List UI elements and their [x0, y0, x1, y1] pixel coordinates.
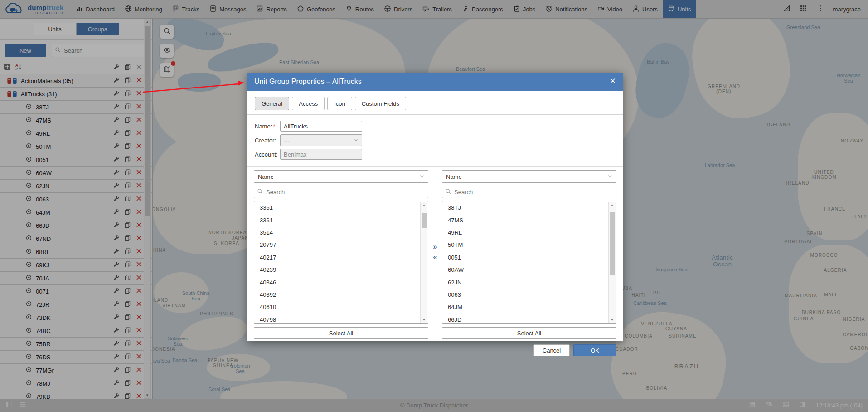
list-item[interactable]: 40217	[254, 251, 428, 264]
available-search	[254, 186, 428, 198]
available-units-list: 3361336135142079740217402394034640392406…	[254, 201, 428, 324]
search-icon	[445, 188, 451, 196]
cancel-button[interactable]: Cancel	[533, 344, 570, 356]
select-all-assigned-button[interactable]: Select All	[442, 327, 616, 339]
dialog-tab-custom-fields[interactable]: Custom Fields	[355, 97, 406, 110]
list-scrollbar[interactable]: ▲ ▼	[608, 202, 616, 323]
dialog-tab-general[interactable]: General	[255, 97, 289, 110]
assigned-units-panel: Name 38TJ47MS49RL50TM005160AW62JN006364J…	[442, 170, 616, 339]
unit-transfer-section: Name 33613361351420797402174023940346403…	[247, 167, 623, 339]
list-item[interactable]: 3361	[254, 214, 428, 226]
search-icon	[257, 188, 263, 196]
assigned-search	[442, 186, 616, 198]
chevron-down-icon	[607, 173, 612, 180]
assigned-sort-select[interactable]: Name	[442, 170, 616, 183]
dialog-footer: Cancel OK	[247, 339, 623, 356]
dialog-titlebar: Unit Group Properties – AllTrucks	[247, 73, 623, 91]
scroll-up-icon[interactable]: ▲	[421, 202, 427, 208]
list-scrollbar[interactable]: ▲ ▼	[420, 202, 427, 323]
scroll-down-icon[interactable]: ▼	[421, 316, 427, 323]
scrollbar-thumb[interactable]	[422, 213, 427, 228]
dialog-form: Name:* Creator: --- Account:	[247, 115, 623, 162]
close-icon[interactable]	[610, 78, 616, 86]
scroll-down-icon[interactable]: ▼	[609, 316, 616, 323]
list-item[interactable]: 40239	[254, 264, 428, 276]
account-field-label: Account:	[255, 151, 280, 158]
list-item[interactable]: 40392	[254, 289, 428, 301]
dialog-tabs: GeneralAccessIconCustom Fields	[247, 91, 623, 115]
list-item[interactable]: 0063	[442, 289, 616, 301]
required-asterisk: *	[273, 123, 275, 130]
unit-group-properties-dialog: Unit Group Properties – AllTrucks Genera…	[247, 73, 623, 341]
creator-select[interactable]: ---	[280, 134, 362, 146]
list-item[interactable]: 40346	[254, 276, 428, 288]
ok-button[interactable]: OK	[573, 344, 616, 356]
list-item[interactable]: 38TJ	[442, 201, 616, 214]
scroll-up-icon[interactable]: ▲	[609, 202, 616, 208]
move-left-button[interactable]: «	[433, 253, 437, 261]
scrollbar-thumb[interactable]	[610, 212, 615, 275]
assigned-search-input[interactable]	[453, 188, 613, 196]
list-item[interactable]: 47MS	[442, 214, 616, 226]
list-item[interactable]: 40798	[254, 314, 428, 324]
list-item[interactable]: 66JD	[442, 314, 616, 324]
app-window: Laptev SeaEast Siberian SeaBeaufort SeaB…	[0, 0, 868, 412]
dialog-tab-access[interactable]: Access	[292, 97, 325, 110]
available-units-panel: Name 33613361351420797402174023940346403…	[254, 170, 428, 339]
list-item[interactable]: 40610	[254, 301, 428, 313]
list-item[interactable]: 64JM	[442, 301, 616, 313]
list-item[interactable]: 3514	[254, 226, 428, 239]
chevron-down-icon	[419, 173, 424, 180]
list-item[interactable]: 0051	[442, 251, 616, 264]
available-search-input[interactable]	[265, 188, 425, 196]
dialog-title: Unit Group Properties – AllTrucks	[254, 78, 362, 86]
account-input	[280, 149, 362, 160]
creator-field-label: Creator:	[255, 137, 280, 144]
list-item[interactable]: 60AW	[442, 264, 616, 276]
list-item[interactable]: 62JN	[442, 276, 616, 288]
list-item[interactable]: 20797	[254, 239, 428, 251]
list-item[interactable]: 50TM	[442, 239, 616, 251]
available-sort-select[interactable]: Name	[254, 170, 428, 183]
assigned-units-list: 38TJ47MS49RL50TM005160AW62JN006364JM66JD…	[442, 201, 616, 324]
select-all-available-button[interactable]: Select All	[254, 327, 428, 339]
dialog-tab-icon[interactable]: Icon	[327, 97, 352, 110]
group-name-input[interactable]	[280, 121, 362, 132]
chevron-down-icon	[354, 137, 359, 144]
transfer-buttons: » «	[428, 170, 442, 261]
list-item[interactable]: 49RL	[442, 226, 616, 239]
name-field-label: Name:*	[255, 123, 280, 130]
move-right-button[interactable]: »	[433, 243, 437, 250]
list-item[interactable]: 3361	[254, 201, 428, 214]
